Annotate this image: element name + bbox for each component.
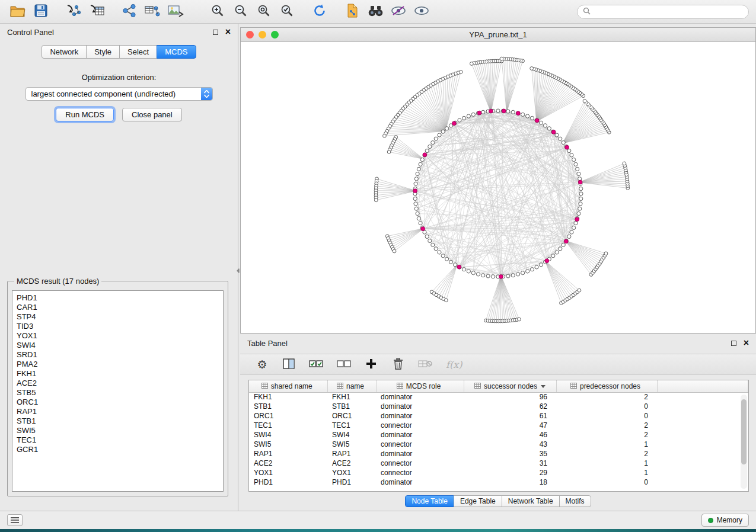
network-from-table-button[interactable] (142, 3, 163, 21)
cell-name[interactable]: ACE2 (327, 459, 376, 468)
mcds-result-item[interactable]: SRD1 (17, 350, 219, 360)
close-table-panel-icon[interactable]: × (744, 339, 749, 347)
cell-filler[interactable] (657, 411, 748, 421)
node-table-row[interactable]: ORC1ORC1dominator610 (249, 411, 748, 421)
mcds-result-item[interactable]: FKH1 (17, 369, 219, 379)
mcds-result-item[interactable]: TEC1 (17, 435, 219, 445)
show-all-button[interactable] (411, 3, 432, 21)
cell-mcds-role[interactable]: connector (376, 421, 464, 430)
column-header-successor-nodes[interactable]: successor nodes (464, 380, 556, 392)
node-table-row[interactable]: SWI4SWI4dominator462 (249, 430, 748, 440)
import-network-button[interactable] (63, 3, 84, 21)
cell-predecessor-nodes[interactable]: 1 (556, 459, 657, 468)
delete-table-button[interactable] (418, 357, 432, 371)
search-input[interactable] (594, 8, 743, 16)
mcds-result-item[interactable]: GCR1 (17, 445, 219, 454)
mcds-result-item[interactable]: PHD1 (17, 293, 219, 303)
tab-edge-table[interactable]: Edge Table (454, 495, 502, 507)
cell-successor-nodes[interactable]: 61 (464, 411, 556, 421)
cell-predecessor-nodes[interactable]: 1 (556, 440, 657, 449)
deselect-all-button[interactable] (337, 357, 351, 371)
cell-shared-name[interactable]: RAP1 (249, 449, 327, 459)
function-builder-button[interactable]: f(x) (446, 357, 462, 371)
node-table-row[interactable]: ACE2ACE2connector311 (249, 459, 748, 468)
tab-node-table[interactable]: Node Table (405, 495, 454, 507)
cell-filler[interactable] (657, 459, 748, 468)
cell-successor-nodes[interactable]: 35 (464, 449, 556, 459)
node-table-row[interactable]: FKH1FKH1dominator962 (249, 392, 748, 402)
network-window-titlebar[interactable]: YPA_prune.txt_1 (241, 28, 755, 42)
node-table-row[interactable]: RAP1RAP1dominator352 (249, 449, 748, 459)
export-image-button[interactable] (165, 3, 186, 21)
cell-mcds-role[interactable]: dominator (376, 449, 464, 459)
cell-name[interactable]: ORC1 (327, 411, 376, 421)
cell-name[interactable]: YOX1 (327, 468, 376, 477)
cell-name[interactable]: SWI5 (327, 440, 376, 449)
cell-name[interactable]: SWI4 (327, 430, 376, 440)
cell-predecessor-nodes[interactable]: 0 (556, 477, 657, 487)
search-box[interactable] (577, 5, 749, 19)
mcds-result-item[interactable]: SWI5 (17, 426, 219, 435)
cell-filler[interactable] (657, 440, 748, 449)
cell-shared-name[interactable]: STB1 (249, 402, 327, 411)
cell-predecessor-nodes[interactable]: 0 (556, 411, 657, 421)
cell-predecessor-nodes[interactable]: 1 (556, 468, 657, 477)
mcds-result-item[interactable]: CAR1 (17, 303, 219, 312)
cell-successor-nodes[interactable]: 96 (464, 392, 556, 402)
add-column-button[interactable] (365, 357, 378, 371)
memory-button[interactable]: Memory (701, 514, 749, 527)
cell-mcds-role[interactable]: dominator (376, 411, 464, 421)
cell-successor-nodes[interactable]: 29 (464, 468, 556, 477)
mcds-result-item[interactable]: YOX1 (17, 331, 219, 341)
mcds-result-item[interactable]: STB1 (17, 416, 219, 426)
scrollbar-thumb[interactable] (741, 399, 747, 464)
window-close-icon[interactable] (246, 31, 254, 39)
node-table-row[interactable]: PHD1PHD1dominator180 (249, 477, 748, 487)
mcds-result-item[interactable]: STP4 (17, 312, 219, 322)
float-panel-icon[interactable] (213, 30, 218, 35)
new-network-button[interactable] (119, 3, 140, 21)
column-header-shared-name[interactable]: shared name (249, 380, 327, 392)
node-table-row[interactable]: YOX1YOX1connector291 (249, 468, 748, 477)
cell-filler[interactable] (657, 449, 748, 459)
criterion-dropdown[interactable]: largest connected component (undirected) (25, 87, 213, 101)
cell-successor-nodes[interactable]: 31 (464, 459, 556, 468)
import-table-button[interactable] (86, 3, 107, 21)
cell-mcds-role[interactable]: dominator (376, 430, 464, 440)
tab-network[interactable]: Network (42, 45, 87, 59)
column-header-MCDS-role[interactable]: MCDS role (376, 380, 464, 392)
cell-name[interactable]: FKH1 (327, 392, 376, 402)
cell-filler[interactable] (657, 392, 748, 402)
cell-successor-nodes[interactable]: 46 (464, 430, 556, 440)
cell-successor-nodes[interactable]: 43 (464, 440, 556, 449)
window-zoom-icon[interactable] (271, 31, 279, 39)
column-header-name[interactable]: name (327, 380, 376, 392)
hide-selected-button[interactable] (388, 3, 409, 21)
zoom-out-button[interactable] (230, 3, 251, 21)
cell-name[interactable]: RAP1 (327, 449, 376, 459)
status-menu-button[interactable] (7, 514, 23, 526)
open-file-button[interactable] (7, 3, 28, 21)
cell-filler[interactable] (657, 430, 748, 440)
delete-column-button[interactable] (391, 357, 404, 371)
cell-shared-name[interactable]: ACE2 (249, 459, 327, 468)
cell-successor-nodes[interactable]: 62 (464, 402, 556, 411)
cell-filler[interactable] (657, 421, 748, 430)
cell-shared-name[interactable]: YOX1 (249, 468, 327, 477)
save-session-button[interactable] (30, 3, 52, 21)
node-table-row[interactable]: SWI5SWI5connector431 (249, 440, 748, 449)
window-minimize-icon[interactable] (259, 31, 266, 39)
cell-shared-name[interactable]: SWI5 (249, 440, 327, 449)
tab-select[interactable]: Select (119, 45, 157, 59)
cell-successor-nodes[interactable]: 47 (464, 421, 556, 430)
select-all-button[interactable] (309, 357, 323, 371)
tab-network-table[interactable]: Network Table (502, 495, 560, 507)
cell-mcds-role[interactable]: connector (376, 459, 464, 468)
node-table-row[interactable]: TEC1TEC1connector472 (249, 421, 748, 430)
cell-mcds-role[interactable]: dominator (376, 477, 464, 487)
tab-motifs[interactable]: Motifs (559, 495, 591, 507)
chevron-down-icon[interactable] (541, 385, 546, 388)
cell-predecessor-nodes[interactable]: 2 (556, 449, 657, 459)
cell-mcds-role[interactable]: dominator (376, 392, 464, 402)
mcds-result-item[interactable]: PMA2 (17, 360, 219, 369)
